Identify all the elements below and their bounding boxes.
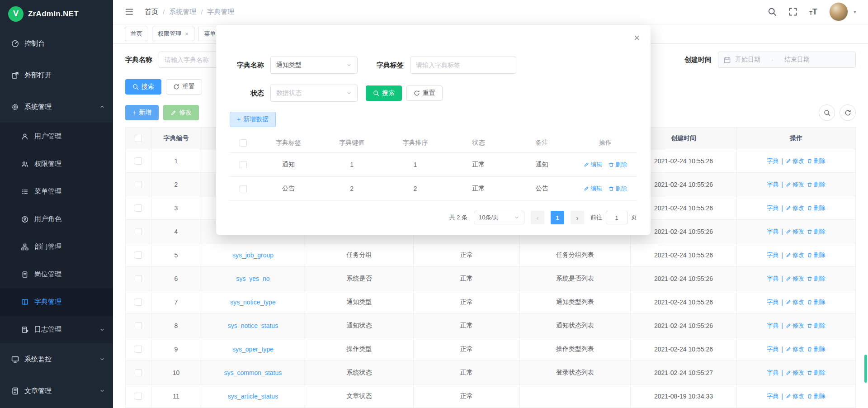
goto-page-input[interactable]	[606, 211, 627, 224]
delete-link[interactable]: 删除	[807, 180, 826, 189]
user-avatar[interactable]	[829, 2, 848, 21]
sidebar-item-system[interactable]: 系统管理	[0, 91, 113, 123]
row-checkbox[interactable]	[240, 185, 247, 192]
sidebar-item-users[interactable]: 用户管理	[0, 123, 113, 150]
sidebar-item-logs[interactable]: 日志管理	[0, 316, 113, 343]
next-page-button[interactable]: ›	[571, 211, 584, 224]
row-checkbox[interactable]	[135, 393, 142, 400]
edit-link[interactable]: 修改	[786, 392, 804, 400]
delete-link[interactable]: 删除	[807, 322, 826, 330]
row-checkbox[interactable]	[240, 161, 247, 168]
current-page-button[interactable]: 1	[551, 211, 564, 224]
dict-type-link[interactable]: sys_oper_type	[232, 346, 274, 353]
search-toggle-icon[interactable]	[819, 104, 835, 121]
breadcrumb-system[interactable]: 系统管理	[169, 8, 196, 16]
delete-link[interactable]: 删除	[807, 275, 826, 283]
edit-link[interactable]: 修改	[786, 204, 804, 212]
create-time-range-picker[interactable]: 开始日期 - 结束日期	[718, 52, 856, 68]
dict-data-link[interactable]: 字典	[767, 180, 778, 189]
row-checkbox[interactable]	[135, 204, 142, 212]
status-select[interactable]: 数据状态	[270, 85, 358, 102]
close-icon[interactable]: ×	[185, 31, 189, 37]
delete-link[interactable]: 删除	[807, 204, 826, 212]
sidebar-item-posts[interactable]: 岗位管理	[0, 261, 113, 288]
scrollbar-thumb[interactable]	[864, 355, 867, 383]
edit-button[interactable]: 修改	[163, 105, 199, 120]
select-all-checkbox[interactable]	[135, 135, 142, 142]
edit-link[interactable]: 修改	[786, 228, 804, 236]
tab-home[interactable]: 首页	[125, 27, 148, 41]
delete-link[interactable]: 删除	[609, 161, 627, 169]
delete-link[interactable]: 删除	[807, 369, 826, 377]
row-checkbox[interactable]	[135, 299, 142, 306]
dict-data-link[interactable]: 字典	[767, 275, 778, 283]
sidebar-item-dictionary[interactable]: 字典管理	[0, 288, 113, 316]
sidebar-item-departments[interactable]: 部门管理	[0, 233, 113, 261]
sidebar-item-external-open[interactable]: 外部打开	[0, 59, 113, 91]
dict-data-link[interactable]: 字典	[767, 228, 778, 236]
add-button[interactable]: + 新增	[125, 105, 159, 120]
edit-link[interactable]: 编辑	[584, 161, 602, 169]
delete-link[interactable]: 删除	[807, 298, 826, 306]
page-size-select[interactable]: 10条/页	[474, 211, 524, 224]
refresh-icon[interactable]	[840, 104, 856, 121]
delete-link[interactable]: 删除	[807, 228, 826, 236]
edit-link[interactable]: 修改	[786, 298, 804, 306]
search-icon[interactable]	[768, 7, 777, 16]
add-data-button[interactable]: + 新增数据	[230, 112, 276, 127]
row-checkbox[interactable]	[135, 157, 142, 165]
dict-data-link[interactable]: 字典	[767, 392, 778, 400]
edit-link[interactable]: 修改	[786, 157, 804, 165]
dict-data-link[interactable]: 字典	[767, 369, 778, 377]
select-all-checkbox[interactable]	[240, 139, 247, 147]
delete-link[interactable]: 删除	[807, 157, 826, 165]
close-icon[interactable]: ×	[634, 33, 640, 43]
dict-data-link[interactable]: 字典	[767, 298, 778, 306]
row-checkbox[interactable]	[135, 228, 142, 235]
delete-link[interactable]: 删除	[807, 345, 826, 353]
dict-type-link[interactable]: sys_yes_no	[236, 275, 270, 282]
dict-data-link[interactable]: 字典	[767, 157, 778, 165]
dict-type-link[interactable]: sys_notice_type	[230, 299, 275, 306]
row-checkbox[interactable]	[135, 275, 142, 282]
search-button[interactable]: 搜索	[125, 79, 161, 95]
prev-page-button[interactable]: ‹	[531, 211, 544, 224]
edit-link[interactable]: 修改	[786, 345, 804, 353]
reset-button[interactable]: 重置	[166, 79, 202, 95]
dict-data-link[interactable]: 字典	[767, 204, 778, 212]
row-checkbox[interactable]	[135, 369, 142, 376]
sidebar-item-menus[interactable]: 菜单管理	[0, 178, 113, 205]
delete-link[interactable]: 删除	[609, 185, 627, 193]
edit-link[interactable]: 修改	[786, 369, 804, 377]
sidebar-item-articles[interactable]: 文章管理	[0, 375, 113, 407]
dict-label-input[interactable]	[410, 57, 516, 74]
fullscreen-icon[interactable]	[788, 7, 797, 16]
hamburger-icon[interactable]	[125, 7, 134, 16]
row-checkbox[interactable]	[135, 346, 142, 353]
dialog-search-button[interactable]: 搜索	[366, 85, 402, 101]
sidebar-item-monitoring[interactable]: 系统监控	[0, 343, 113, 375]
sidebar-item-dashboard[interactable]: 控制台	[0, 28, 113, 59]
row-checkbox[interactable]	[135, 251, 142, 259]
breadcrumb-home[interactable]: 首页	[145, 8, 158, 16]
dict-type-link[interactable]: sys_article_status	[228, 393, 278, 400]
dict-data-link[interactable]: 字典	[767, 251, 778, 259]
dict-type-link[interactable]: sys_notice_status	[228, 322, 278, 329]
sidebar-item-permissions[interactable]: 权限管理	[0, 150, 113, 178]
edit-link[interactable]: 修改	[786, 322, 804, 330]
delete-link[interactable]: 删除	[807, 251, 826, 259]
dict-data-link[interactable]: 字典	[767, 345, 778, 353]
dialog-reset-button[interactable]: 重置	[406, 85, 443, 101]
edit-link[interactable]: 修改	[786, 180, 804, 189]
delete-link[interactable]: 删除	[807, 392, 826, 400]
dict-data-link[interactable]: 字典	[767, 322, 778, 330]
dict-type-link[interactable]: sys_job_group	[232, 251, 274, 259]
dict-type-link[interactable]: sys_common_status	[224, 369, 282, 376]
font-size-icon[interactable]: TT	[809, 8, 817, 16]
row-checkbox[interactable]	[135, 181, 142, 188]
tab-permissions[interactable]: 权限管理 ×	[152, 27, 194, 41]
dict-name-select[interactable]: 通知类型	[270, 57, 358, 74]
row-checkbox[interactable]	[135, 322, 142, 329]
edit-link[interactable]: 编辑	[584, 185, 602, 193]
edit-link[interactable]: 修改	[786, 275, 804, 283]
